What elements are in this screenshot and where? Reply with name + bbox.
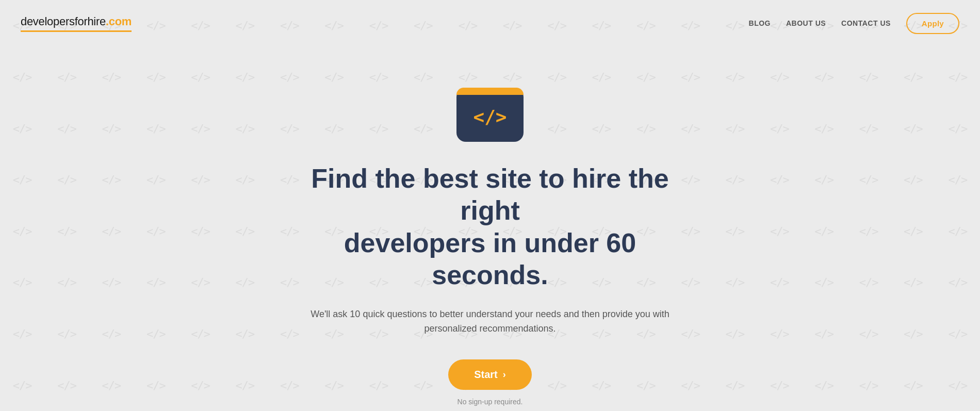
hero-heading-line2: developers in under 60 seconds.: [344, 228, 636, 290]
logo-for: for: [75, 15, 88, 28]
code-icon: </>: [456, 88, 524, 142]
logo-text: developersforhire.com: [21, 15, 132, 28]
logo-hire: hire: [87, 15, 106, 28]
logo-underline: [21, 30, 132, 32]
apply-button[interactable]: Apply: [906, 13, 959, 34]
hero-subtext: We'll ask 10 quick questions to better u…: [299, 307, 681, 337]
hero-heading-line1: Find the best site to hire the right: [311, 163, 668, 225]
navbar: developersforhire.com BLOG ABOUT US CONT…: [0, 0, 980, 46]
logo[interactable]: developersforhire.com: [21, 15, 132, 32]
start-button[interactable]: Start ›: [448, 359, 532, 390]
start-label: Start: [474, 369, 498, 381]
logo-developers: developers: [21, 15, 75, 28]
no-signup-text: No sign-up required.: [458, 398, 523, 406]
hero-heading: Find the best site to hire the right dev…: [284, 162, 696, 291]
nav-blog[interactable]: BLOG: [749, 19, 771, 27]
nav-contact[interactable]: CONTACT US: [841, 19, 891, 27]
start-arrow: ›: [503, 369, 506, 380]
logo-dotcom: .com: [106, 15, 132, 28]
nav-about[interactable]: ABOUT US: [786, 19, 826, 27]
code-icon-symbol: </>: [473, 106, 507, 127]
navbar-links: BLOG ABOUT US CONTACT US Apply: [749, 13, 959, 34]
main-content: </> Find the best site to hire the right…: [0, 46, 980, 406]
